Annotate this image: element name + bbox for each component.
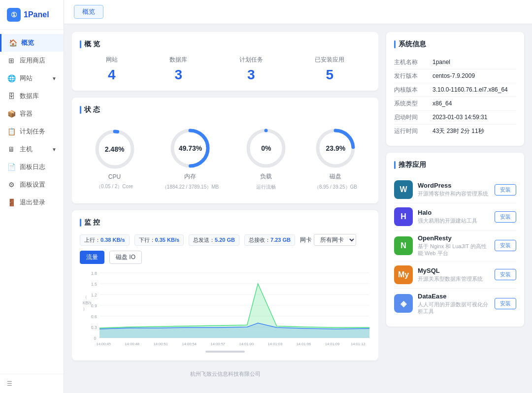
container-icon: 📦: [7, 110, 16, 118]
svg-text:14:00:51: 14:00:51: [153, 342, 168, 346]
app-install-btn-mysql[interactable]: 安装: [495, 269, 516, 280]
sidebar-item-cron[interactable]: 📋 计划任务: [0, 123, 64, 140]
stat-label: 已安装应用: [315, 56, 344, 64]
sidebar-label-host: 主机: [20, 145, 33, 154]
app-info-openresty: OpenResty 基于 Nginx 和 LuaJIT 的高性能 Web 平台: [418, 234, 490, 257]
chart-svg: 1.8 1.5 1.2 0.9 0.6 0.3 0: [80, 269, 370, 348]
cron-icon: 📋: [7, 128, 16, 135]
monitor-title: 监 控: [80, 218, 370, 227]
nic-select[interactable]: 所有网卡: [314, 234, 356, 246]
app-info-dataease: DataEase 人人可用的开源数据可视化分析工具: [418, 293, 490, 315]
svg-text:0: 0: [94, 336, 97, 341]
sidebar-item-database[interactable]: 🗄 数据库: [0, 87, 64, 105]
gauge-svg-load: 0%: [244, 126, 288, 170]
gauge-svg-cpu: 2.48%: [93, 127, 137, 171]
sidebar-item-overview[interactable]: 🏠 概览: [0, 34, 64, 52]
sidebar-item-website[interactable]: 🌐 网站 ▼: [0, 69, 64, 87]
sysinfo-value: x86_64: [432, 100, 452, 107]
app-info-halo: Halo 强大易用的开源建站工具: [418, 209, 490, 224]
gauge-memory: 49.73% 内存 （1884.22 / 3789.15）MB: [162, 126, 219, 191]
app-install-btn-halo[interactable]: 安装: [495, 211, 516, 223]
app-install-btn-dataease[interactable]: 安装: [495, 298, 516, 309]
app-name-mysql: MySQL: [418, 267, 490, 274]
app-name-dataease: DataEase: [418, 293, 490, 300]
monitor-stat: 总发送：5.20 GB: [189, 234, 239, 246]
sidebar-item-appstore[interactable]: ⊞ 应用商店: [0, 52, 64, 69]
chart-area: 1.8 1.5 1.2 0.9 0.6 0.3 0: [80, 269, 370, 348]
sidebar-logo: ① 1Panel: [0, 0, 64, 30]
overview-card: 概 览 网站 4数据库 3计划任务 3已安装应用 5: [72, 32, 378, 91]
sysinfo-label: 启动时间: [394, 113, 429, 122]
svg-text:）: ）: [83, 306, 87, 311]
app-item-halo: H Halo 强大易用的开源建站工具 安装: [394, 203, 516, 230]
app-desc-openresty: 基于 Nginx 和 LuaJIT 的高性能 Web 平台: [418, 243, 490, 257]
svg-text:14:01:12: 14:01:12: [351, 342, 366, 346]
gauge-svg-disk: 23.9%: [313, 126, 358, 170]
stat-value: 3: [169, 67, 187, 83]
logout-icon: 🚪: [7, 198, 16, 206]
sidebar-label-appstore: 应用商店: [20, 56, 45, 65]
gauge-sub-cpu: （0.05 / 2）Core: [96, 183, 133, 190]
app-name-wordpress: WordPress: [418, 182, 490, 189]
app-install-btn-wordpress[interactable]: 安装: [495, 184, 516, 196]
app-icon-wordpress: W: [394, 180, 413, 199]
logo-text: 1Panel: [24, 10, 49, 19]
sidebar-item-container[interactable]: 📦 容器: [0, 105, 64, 123]
app-desc-dataease: 人人可用的开源数据可视化分析工具: [418, 301, 490, 315]
left-panel: 概 览 网站 4数据库 3计划任务 3已安装应用 5 状 态 2.48% CPU…: [72, 32, 378, 385]
sysinfo-label: 系统类型: [394, 99, 429, 108]
svg-text:0.6: 0.6: [91, 314, 97, 319]
sidebar-item-panellog[interactable]: 📄 面板日志: [0, 158, 64, 176]
sidebar-label-container: 容器: [20, 109, 33, 118]
sidebar-item-host[interactable]: 🖥 主机 ▼: [0, 140, 64, 158]
overview-stats: 网站 4数据库 3计划任务 3已安装应用 5: [80, 56, 370, 83]
app-item-mysql: My MySQL 开源关系型数据库管理系统 安装: [394, 262, 516, 289]
svg-text:14:01:03: 14:01:03: [268, 342, 283, 346]
sysinfo-value: centos-7.9.2009: [432, 72, 475, 79]
sidebar-label-database: 数据库: [20, 92, 39, 100]
gauge-name-memory: 内存: [184, 172, 196, 181]
logo-icon: ①: [7, 8, 21, 22]
sidebar-nav: 🏠 概览 ⊞ 应用商店 🌐 网站 ▼🗄 数据库 📦 容器 📋 计划任务 🖥 主机…: [0, 30, 64, 374]
sidebar-item-logout[interactable]: 🚪 退出登录: [0, 194, 64, 211]
breadcrumb-tab[interactable]: 概览: [74, 5, 103, 19]
svg-text:1.5: 1.5: [91, 282, 97, 287]
sidebar-item-panelsettings[interactable]: ⚙ 面板设置: [0, 176, 64, 194]
chart-scrollbar[interactable]: [205, 351, 245, 353]
svg-text:0.3: 0.3: [91, 325, 97, 330]
sysinfo-row: 系统类型 x86_64: [394, 97, 516, 111]
gauge-name-cpu: CPU: [108, 173, 121, 180]
sidebar-bottom: ☰: [0, 374, 64, 393]
gauge-value-disk: 23.9%: [326, 144, 346, 152]
sysinfo-value: 43天 23时 2分 11秒: [432, 127, 484, 135]
app-item-wordpress: W WordPress 开源博客软件和内容管理系统 安装: [394, 176, 516, 203]
monitor-stat: 上行：0.38 KB/s: [80, 234, 130, 246]
stat-item: 数据库 3: [169, 56, 187, 83]
main-body: 概 览 网站 4数据库 3计划任务 3已安装应用 5 状 态 2.48% CPU…: [64, 24, 532, 393]
monitor-tab-流量[interactable]: 流量: [80, 251, 104, 264]
app-install-btn-openresty[interactable]: 安装: [495, 240, 516, 251]
status-card: 状 态 2.48% CPU （0.05 / 2）Core 49.73% 内存 （…: [72, 98, 378, 203]
sysinfo-value: 3.10.0-1160.76.1.el7.x86_64: [432, 86, 508, 93]
gauge-disk: 23.9% 磁盘 （8.95 / 39.25）GB: [313, 126, 358, 191]
right-panel: 系统信息 主机名称 1panel发行版本 centos-7.9.2009内核版本…: [386, 32, 524, 385]
app-name-openresty: OpenResty: [418, 234, 490, 242]
status-gauges: 2.48% CPU （0.05 / 2）Core 49.73% 内存 （1884…: [80, 121, 370, 196]
gauge-value-memory: 49.73%: [179, 144, 202, 152]
svg-text:14:00:45: 14:00:45: [96, 342, 111, 346]
monitor-tab-磁盘 IO[interactable]: 磁盘 IO: [109, 251, 142, 264]
footer-text: 杭州飞致云信息科技有限公司: [72, 367, 378, 381]
sidebar-label-logout: 退出登录: [20, 198, 45, 207]
gauge-sub-load: 运行流畅: [256, 184, 276, 191]
monitor-header: 上行：0.38 KB/s下行：0.35 KB/s总发送：5.20 GB总接收：7…: [80, 234, 370, 264]
sidebar: ① 1Panel 🏠 概览 ⊞ 应用商店 🌐 网站 ▼🗄 数据库 📦 容器 📋 …: [0, 0, 64, 393]
sidebar-collapse-btn[interactable]: ☰: [7, 380, 57, 387]
gauge-value-cpu: 2.48%: [105, 145, 125, 153]
sysinfo-label: 发行版本: [394, 72, 429, 80]
app-icon-dataease: ◈: [394, 294, 413, 313]
arrow-icon: ▼: [52, 76, 57, 81]
stat-value: 5: [315, 67, 344, 83]
sidebar-label-panelsettings: 面板设置: [20, 180, 45, 189]
svg-text:14:00:57: 14:00:57: [211, 342, 226, 346]
gauge-name-load: 负载: [260, 172, 272, 181]
